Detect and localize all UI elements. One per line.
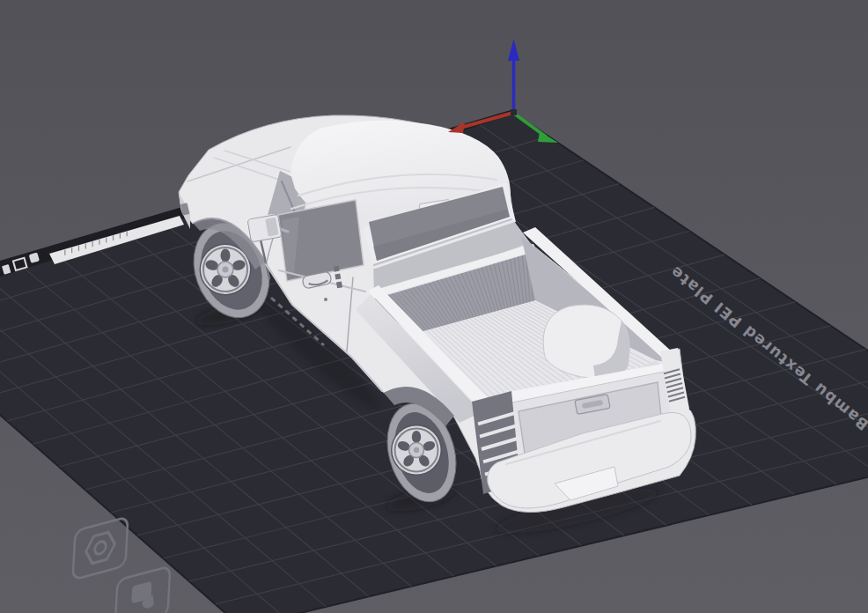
bed-wheel-hump bbox=[543, 305, 629, 379]
hex-nut-icon bbox=[73, 517, 129, 580]
filament-wipe-icon bbox=[115, 566, 171, 613]
slicer-3d-viewport[interactable]: Bambu Textured PEI Plate bbox=[0, 0, 868, 613]
viewport-canvas[interactable]: Bambu Textured PEI Plate bbox=[0, 0, 868, 613]
door-lock bbox=[324, 298, 327, 301]
axis-origin bbox=[511, 109, 517, 115]
